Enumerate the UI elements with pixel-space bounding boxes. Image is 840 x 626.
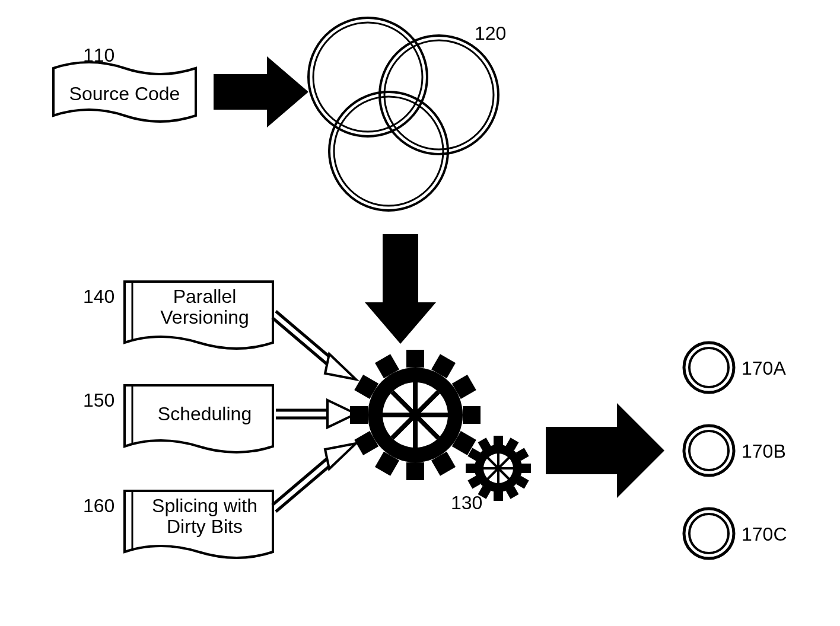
open-arrow-140 [272, 311, 356, 379]
ref-160: 160 [83, 495, 114, 517]
ref-170B: 170B [742, 440, 786, 462]
svg-point-53 [684, 343, 734, 392]
arrow-gears-to-outputs [546, 403, 664, 498]
svg-point-52 [495, 465, 501, 471]
output-circle-170C [684, 509, 734, 558]
label-150: Scheduling [139, 403, 270, 425]
gear-large [350, 350, 481, 480]
svg-rect-18 [350, 406, 368, 424]
label-140: ParallelVersioning [139, 286, 270, 328]
open-arrow-160 [272, 443, 356, 512]
arrow-venn-to-gears [365, 234, 436, 344]
svg-rect-37 [466, 464, 475, 473]
svg-rect-19 [463, 406, 481, 424]
svg-point-58 [689, 514, 728, 553]
output-circle-170A [684, 343, 734, 392]
svg-point-33 [409, 409, 421, 421]
svg-point-55 [684, 426, 734, 475]
gear-small [466, 436, 531, 501]
svg-point-56 [689, 431, 728, 470]
svg-line-10 [272, 318, 332, 368]
ref-110: 110 [83, 44, 114, 66]
svg-line-9 [276, 311, 335, 362]
source-code-label: Source Code [56, 83, 193, 105]
open-arrow-150 [276, 400, 356, 427]
ref-170C: 170C [742, 523, 787, 545]
ref-150: 150 [83, 389, 114, 411]
ref-170A: 170A [742, 357, 786, 379]
svg-point-0 [308, 18, 427, 136]
svg-rect-35 [494, 436, 503, 445]
svg-rect-36 [494, 491, 503, 501]
svg-point-2 [380, 36, 498, 154]
svg-point-1 [313, 23, 422, 132]
svg-rect-17 [406, 462, 424, 480]
svg-line-13 [276, 461, 335, 512]
svg-rect-16 [406, 350, 424, 368]
output-circle-170B [684, 426, 734, 475]
svg-point-3 [384, 40, 494, 149]
ref-120: 120 [475, 23, 506, 44]
ref-130: 130 [451, 492, 482, 514]
ref-140: 140 [83, 286, 114, 308]
arrow-source-to-venn [214, 56, 308, 127]
svg-line-14 [272, 455, 332, 505]
svg-point-57 [684, 509, 734, 558]
svg-point-4 [329, 92, 448, 210]
svg-rect-38 [521, 464, 531, 473]
venn-diagram [308, 18, 498, 210]
svg-point-54 [689, 348, 728, 387]
label-160: Splicing withDirty Bits [139, 496, 270, 537]
svg-point-5 [334, 97, 443, 206]
